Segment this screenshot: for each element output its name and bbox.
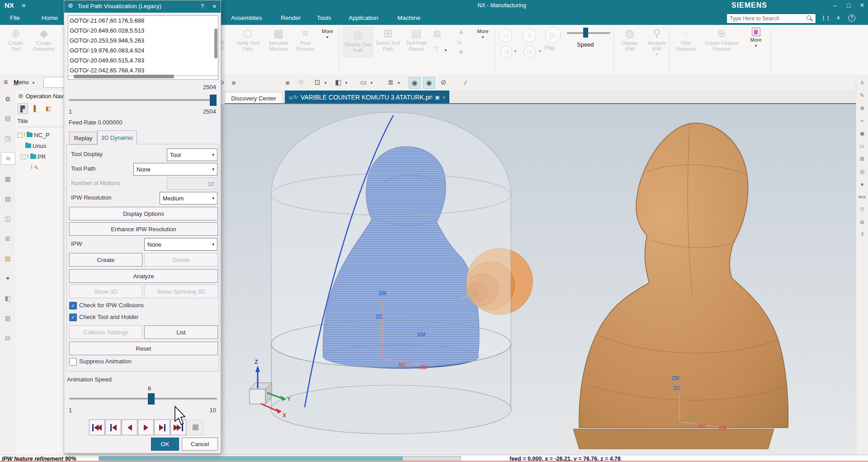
tool-display-dropdown[interactable]: Tool▾ <box>167 148 217 161</box>
goto-vscrollbar-thumb[interactable] <box>214 29 217 58</box>
step-back-button[interactable] <box>105 419 121 435</box>
goto-line[interactable]: GOTO/-20.049,60.515,4.783 <box>68 56 218 66</box>
grid-icon[interactable]: ⊞ <box>858 154 867 163</box>
reset-button[interactable]: Reset <box>69 342 218 355</box>
history-palette-icon[interactable]: ▨ <box>2 252 14 264</box>
tab-tools[interactable]: Tools <box>314 12 334 25</box>
cube-view-icon[interactable]: ■ <box>282 77 293 88</box>
checkbox-suppress-animation[interactable] <box>69 358 77 366</box>
minimize-button[interactable]: – <box>828 0 842 12</box>
full-screen-icon[interactable]: ≡ <box>858 78 867 87</box>
tab-assemblies[interactable]: Assemblies <box>228 12 265 25</box>
restore-button[interactable]: □ <box>842 0 855 12</box>
goto-line[interactable]: GOTO/-20.649,60.028,5.513 <box>68 26 218 36</box>
step-forward-button[interactable] <box>154 419 170 435</box>
chevron-down-icon[interactable]: ▼ <box>397 81 401 85</box>
dialog-title-bar[interactable]: ⚙ Tool Path Visualization (Legacy) ? × <box>64 0 221 13</box>
dot-icon[interactable]: ● <box>858 180 867 189</box>
search-icon[interactable] <box>807 15 811 20</box>
nav-geometry-icon[interactable]: ◧ <box>43 103 53 113</box>
help-icon[interactable]: ? <box>848 14 855 22</box>
display-more-button[interactable]: More ▼ <box>473 28 493 39</box>
checkbox-ipw-collisions[interactable]: ✓ <box>69 302 77 310</box>
cylinder-view-icon[interactable]: ▭ <box>358 77 369 88</box>
close-tab-icon[interactable]: × <box>442 94 446 101</box>
no-show-icon[interactable]: ⊘ <box>858 218 867 227</box>
measure-icon[interactable]: ∕ <box>460 77 471 88</box>
chevron-down-icon[interactable]: ▼ <box>538 49 542 53</box>
waves-icon[interactable]: ≈ <box>858 116 867 125</box>
fit-view-icon[interactable]: ⊡ <box>312 77 323 88</box>
goto-list[interactable]: GOTO/-21.067,60.176,5.688 GOTO/-20.649,6… <box>68 15 218 80</box>
goto-line[interactable]: GOTO/-21.067,60.176,5.688 <box>68 16 218 26</box>
circle-select-icon[interactable]: ◎ <box>858 167 867 176</box>
show-datum-icon[interactable]: ◉ <box>423 77 435 89</box>
create-geometry-button[interactable]: ◆ Create Geometry <box>29 28 59 52</box>
navigator-column-header[interactable]: Title <box>17 118 64 127</box>
tree-row-operation[interactable]: ! ✎ <box>31 163 39 172</box>
shaded-view-icon[interactable]: ■ <box>228 77 239 88</box>
tree-row-unused[interactable]: Unus <box>25 141 46 150</box>
analyze-button[interactable]: Analyze <box>69 269 218 283</box>
tab-file[interactable]: File <box>7 12 23 25</box>
tool-path-dropdown[interactable]: None▾ <box>133 163 217 176</box>
hamburger-icon[interactable]: ≡ <box>4 78 8 86</box>
dialog-help-icon[interactable]: ? <box>201 3 204 10</box>
checkbox-tool-holder[interactable]: ✓ <box>69 314 77 321</box>
tab-home[interactable]: Home <box>39 12 61 26</box>
create-tool-button[interactable]: ⊕ Create Tool <box>4 28 28 52</box>
tab-application[interactable]: Application <box>346 12 381 25</box>
dialog-close-icon[interactable]: × <box>212 2 217 10</box>
machine-tool-navigator-icon[interactable]: ▦ <box>2 173 14 185</box>
fullscreen-icon[interactable]: [ ] <box>823 15 830 20</box>
eye-icon[interactable]: ◉ <box>858 129 867 138</box>
mcs-icon[interactable]: MCS <box>858 192 867 201</box>
list-button[interactable]: List <box>144 325 218 339</box>
nav-view-icon[interactable]: ▛ <box>17 103 28 114</box>
tab-discovery-center[interactable]: Discovery Center <box>225 92 283 105</box>
section-view-icon[interactable]: ◧ <box>333 77 344 88</box>
show-hide-icon[interactable]: ⊘ <box>438 77 449 88</box>
roles-icon[interactable]: ▥ <box>2 312 14 324</box>
tab-machine[interactable]: Machine <box>395 12 423 25</box>
operations-more-button[interactable]: More ▼ <box>317 28 337 39</box>
cue-help-icon[interactable]: ? <box>858 230 867 239</box>
search-input[interactable] <box>729 14 803 23</box>
triangle-icon[interactable]: ▽ <box>858 205 867 214</box>
position-slider-track[interactable] <box>69 99 217 101</box>
part-navigator-icon[interactable]: ▧ <box>2 193 14 205</box>
goto-line[interactable]: GOTO/-19.976,60.083,4.924 <box>68 46 218 56</box>
play-forward-button[interactable] <box>138 419 154 435</box>
animation-speed-handle[interactable] <box>148 393 155 405</box>
go-to-start-button[interactable] <box>89 419 105 435</box>
manufacturing-wizard-icon[interactable]: ◧ <box>2 292 14 304</box>
target-icon[interactable]: ⊕ <box>858 104 867 113</box>
tab-render[interactable]: Render <box>278 12 303 25</box>
tree-row-nc-program[interactable]: − ! NC_P <box>17 130 50 139</box>
position-slider-handle[interactable] <box>210 95 217 106</box>
cancel-button[interactable]: Cancel <box>182 438 218 451</box>
edit-object-display-icon[interactable]: ≣ <box>385 77 396 88</box>
process-studio-icon[interactable]: ✦ <box>2 272 14 284</box>
tree-row-program[interactable]: − ! PR <box>21 152 46 161</box>
ipw-dropdown[interactable]: None▾ <box>144 238 217 251</box>
operation-navigator-icon[interactable]: ≋ <box>1 152 15 165</box>
system-scenes-icon[interactable]: ⊟ <box>2 332 14 344</box>
show-mcs-icon[interactable]: ◉ <box>409 77 420 89</box>
reuse-library-icon[interactable]: ◫ <box>2 213 14 224</box>
quick-access-menu-icon[interactable]: ≡ <box>22 2 25 9</box>
close-button[interactable]: × <box>855 0 868 12</box>
enhance-ipw-button[interactable]: Enhance IPW Resolution <box>69 222 218 236</box>
nav-tool-icon[interactable]: ▌ <box>31 103 41 113</box>
sketch-icon[interactable]: ✎ <box>858 91 867 100</box>
view-palette-icon[interactable]: ⊞ <box>2 233 14 244</box>
goto-line[interactable]: GOTO/-20.253,59.946,5.263 <box>68 36 218 46</box>
tab-replay[interactable]: Replay <box>69 132 97 145</box>
chevron-down-icon[interactable]: ▼ <box>324 81 327 85</box>
chevron-down-icon[interactable]: ▼ <box>514 49 517 53</box>
flat-view-icon[interactable]: ▭ <box>858 142 867 151</box>
feature-more-button[interactable]: More ▼ <box>746 28 766 48</box>
create-button[interactable]: Create <box>69 253 142 267</box>
tab-3d-dynamic[interactable]: 3D Dynamic <box>97 130 137 145</box>
minimize-ribbon-icon[interactable]: ∧ <box>836 14 840 21</box>
